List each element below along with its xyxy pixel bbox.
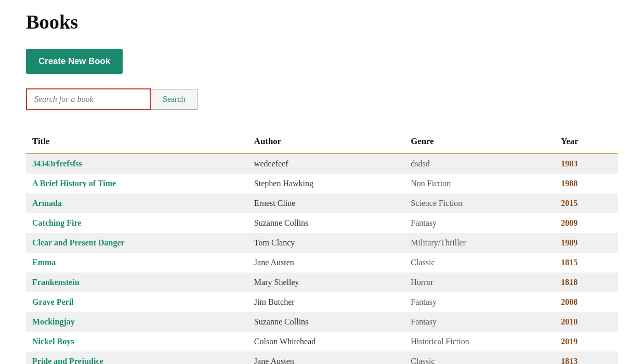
create-new-book-button[interactable]: Create New Book — [26, 49, 123, 74]
cell-genre: Historical Fiction — [404, 332, 555, 352]
cell-title: Clear and Present Danger — [26, 233, 248, 253]
search-input[interactable] — [26, 88, 151, 110]
cell-year: 2010 — [555, 312, 618, 332]
cell-title: Catching Fire — [26, 213, 248, 233]
cell-title: Emma — [26, 253, 248, 272]
search-area: Search — [26, 88, 618, 110]
table-row[interactable]: ArmadaErnest ClineScience Fiction2015 — [26, 193, 618, 213]
cell-author: Suzanne Collins — [248, 213, 404, 233]
cell-year: 2009 — [555, 213, 618, 233]
table-row[interactable]: MockingjaySuzanne CollinsFantasy2010 — [26, 312, 618, 332]
cell-title: Grave Peril — [26, 292, 248, 312]
cell-author: Tom Clancy — [248, 233, 404, 253]
column-header-genre: Genre — [404, 131, 555, 153]
cell-author: wedeefeef — [248, 153, 404, 174]
search-button[interactable]: Search — [151, 89, 198, 110]
cell-year: 2008 — [555, 292, 618, 312]
cell-genre: Classic — [404, 253, 555, 272]
cell-year: 2015 — [555, 193, 618, 213]
cell-author: Jim Butcher — [248, 292, 404, 312]
table-row[interactable]: Pride and PrejudiceJane AustenClassic181… — [26, 352, 618, 364]
table-header-row: Title Author Genre Year — [26, 131, 618, 153]
table-row[interactable]: EmmaJane AustenClassic1815 — [26, 253, 618, 272]
cell-title: Pride and Prejudice — [26, 352, 248, 364]
cell-genre: Fantasy — [404, 312, 555, 332]
table-row[interactable]: FrankensteinMary ShelleyHorror1818 — [26, 272, 618, 292]
cell-genre: Fantasy — [404, 213, 555, 233]
column-header-year: Year — [555, 131, 618, 153]
table-row[interactable]: A Brief History of TimeStephen HawkingNo… — [26, 174, 618, 193]
cell-title: 34343rfrefsfss — [26, 153, 248, 174]
books-table: Title Author Genre Year 34343rfrefsfsswe… — [26, 131, 618, 364]
cell-author: Mary Shelley — [248, 272, 404, 292]
cell-genre: dsdsd — [404, 153, 555, 174]
cell-author: Jane Austen — [248, 352, 404, 364]
cell-title: A Brief History of Time — [26, 174, 248, 193]
page-title: Books — [26, 10, 618, 33]
cell-author: Ernest Cline — [248, 193, 404, 213]
cell-year: 1815 — [555, 253, 618, 272]
cell-author: Colson Whitehead — [248, 332, 404, 352]
column-header-title: Title — [26, 131, 248, 153]
table-row[interactable]: Nickel BoysColson WhiteheadHistorical Fi… — [26, 332, 618, 352]
cell-year: 1818 — [555, 272, 618, 292]
table-row[interactable]: Clear and Present DangerTom ClancyMilita… — [26, 233, 618, 253]
cell-title: Frankenstein — [26, 272, 248, 292]
column-header-author: Author — [248, 131, 404, 153]
cell-year: 2019 — [555, 332, 618, 352]
table-row[interactable]: Grave PerilJim ButcherFantasy2008 — [26, 292, 618, 312]
cell-genre: Classic — [404, 352, 555, 364]
cell-year: 1983 — [555, 153, 618, 174]
cell-author: Jane Austen — [248, 253, 404, 272]
table-row[interactable]: 34343rfrefsfsswedeefeefdsdsd1983 — [26, 153, 618, 174]
cell-year: 1988 — [555, 174, 618, 193]
cell-title: Nickel Boys — [26, 332, 248, 352]
cell-year: 1813 — [555, 352, 618, 364]
cell-genre: Non Fiction — [404, 174, 555, 193]
cell-title: Mockingjay — [26, 312, 248, 332]
cell-title: Armada — [26, 193, 248, 213]
cell-genre: Military/Thriller — [404, 233, 555, 253]
cell-genre: Horror — [404, 272, 555, 292]
cell-genre: Fantasy — [404, 292, 555, 312]
cell-author: Suzanne Collins — [248, 312, 404, 332]
cell-author: Stephen Hawking — [248, 174, 404, 193]
cell-year: 1989 — [555, 233, 618, 253]
cell-genre: Science Fiction — [404, 193, 555, 213]
table-row[interactable]: Catching FireSuzanne CollinsFantasy2009 — [26, 213, 618, 233]
